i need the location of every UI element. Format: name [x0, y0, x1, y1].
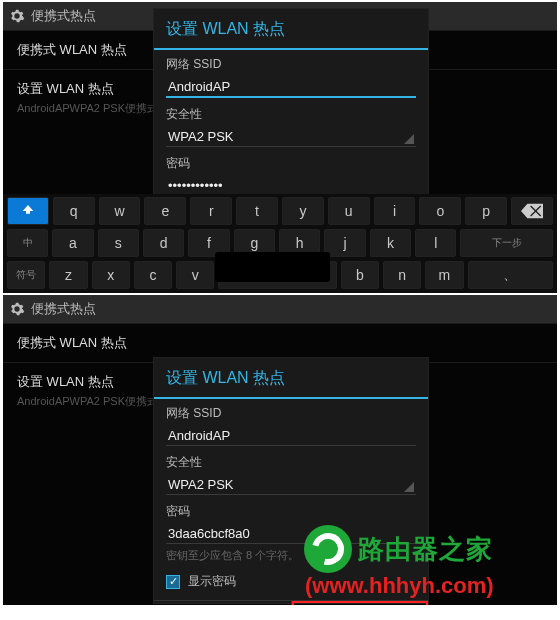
key-p[interactable]: p [465, 197, 507, 225]
save-button[interactable]: 保存 [291, 601, 429, 605]
key-shift[interactable] [7, 197, 49, 225]
brand-icon [304, 525, 352, 573]
key-s[interactable]: s [98, 229, 139, 257]
key-a[interactable]: a [52, 229, 93, 257]
password-label: 密码 [166, 155, 416, 172]
gear-icon [9, 8, 25, 24]
key-y[interactable]: y [282, 197, 324, 225]
password-label: 密码 [166, 503, 416, 520]
key-t[interactable]: t [236, 197, 278, 225]
key-next[interactable]: 下一步 [460, 229, 553, 257]
key-r[interactable]: r [190, 197, 232, 225]
hotspot-dialog: 设置 WLAN 热点 网络 SSID AndroidAP 安全性 WPA2 PS… [153, 8, 429, 220]
ssid-label: 网络 SSID [166, 56, 416, 73]
key-backspace[interactable] [511, 197, 553, 225]
show-password-label: 显示密码 [188, 573, 236, 590]
redaction-bar [215, 252, 330, 282]
key-comma[interactable]: 、 [468, 261, 553, 289]
dialog-title: 设置 WLAN 热点 [154, 9, 428, 50]
key-j[interactable]: j [324, 229, 365, 257]
security-label: 安全性 [166, 106, 416, 123]
dialog-title: 设置 WLAN 热点 [154, 358, 428, 399]
screenshot-top: 便携式热点 便携式 WLAN 热点 设置 WLAN 热点 AndroidAPWP… [3, 2, 557, 293]
key-b[interactable]: b [341, 261, 379, 289]
key-q[interactable]: q [53, 197, 95, 225]
key-e[interactable]: e [144, 197, 186, 225]
key-m[interactable]: m [425, 261, 463, 289]
security-select[interactable]: WPA2 PSK [166, 125, 416, 147]
titlebar: 便携式热点 [3, 295, 557, 323]
brand-text: 路由器之家 [358, 532, 493, 567]
key-v[interactable]: v [176, 261, 214, 289]
row-label: 便携式 WLAN 热点 [17, 334, 543, 352]
key-i[interactable]: i [374, 197, 416, 225]
key-k[interactable]: k [370, 229, 411, 257]
key-z[interactable]: z [49, 261, 87, 289]
watermark-logo: 路由器之家 [304, 524, 493, 574]
ssid-label: 网络 SSID [166, 405, 416, 422]
watermark-url: (www.hhhyh.com) [305, 573, 494, 599]
key-c[interactable]: c [134, 261, 172, 289]
key-ime-switch[interactable]: 中 [7, 229, 48, 257]
key-x[interactable]: x [92, 261, 130, 289]
key-n[interactable]: n [383, 261, 421, 289]
backspace-icon [521, 203, 543, 219]
cancel-button[interactable]: 取消 [154, 601, 291, 605]
key-u[interactable]: u [328, 197, 370, 225]
ssid-input[interactable]: AndroidAP [166, 75, 416, 98]
key-w[interactable]: w [99, 197, 141, 225]
key-d[interactable]: d [143, 229, 184, 257]
key-l[interactable]: l [415, 229, 456, 257]
password-input[interactable]: •••••••••••• [166, 174, 416, 196]
security-select[interactable]: WPA2 PSK [166, 473, 416, 495]
security-label: 安全性 [166, 454, 416, 471]
ssid-input[interactable]: AndroidAP [166, 424, 416, 446]
title-text: 便携式热点 [31, 300, 96, 318]
shift-icon [20, 203, 36, 219]
title-text: 便携式热点 [31, 7, 96, 25]
key-symbols[interactable]: 符号 [7, 261, 45, 289]
key-o[interactable]: o [419, 197, 461, 225]
show-password-checkbox[interactable]: ✓ [166, 575, 180, 589]
gear-icon [9, 301, 25, 317]
